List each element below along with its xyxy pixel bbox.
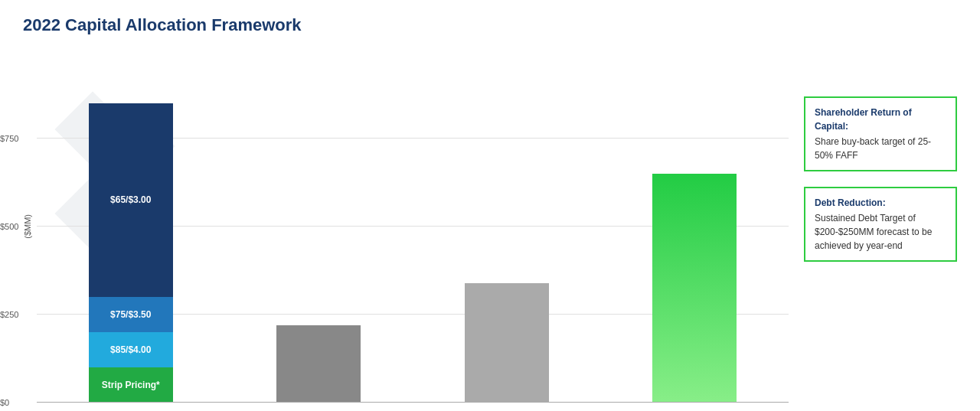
bar-stack-faff <box>652 174 737 403</box>
bar-stack-sustaining <box>276 325 361 403</box>
x-axis-line <box>37 402 789 403</box>
segment-growth <box>465 283 549 403</box>
bar-group-sustaining: Sustaining Capex <box>225 51 413 403</box>
callout-area: Shareholder Return of Capital: Share buy… <box>789 51 957 403</box>
bar-group-faff: Free Adjusted Funds Flow <box>601 51 789 403</box>
segment-strip: Strip Pricing* <box>89 367 173 403</box>
bar-group-aff: Strip Pricing* $85/$4.00 $75/$3.50 $65/$… <box>37 51 225 403</box>
grid-and-bars: $0 $250 $500 $750 <box>37 51 789 403</box>
y-tick-0: $0 <box>0 398 9 407</box>
segment-75-3-50: $75/$3.50 <box>89 297 173 332</box>
page-container: 2022 Capital Allocation Framework ($MM) <box>0 0 980 411</box>
callout-debt-body: Sustained Debt Target of $200-$250MM for… <box>815 213 932 251</box>
segment-65-3: $65/$3.00 <box>89 103 173 297</box>
chart-inner: $0 $250 $500 $750 <box>37 51 789 403</box>
bar-group-growth: Growth Capex <box>413 51 601 403</box>
y-tick-500: $500 <box>0 222 18 231</box>
page-title: 2022 Capital Allocation Framework <box>23 15 957 35</box>
y-tick-250: $250 <box>0 310 18 319</box>
callout-debt-title: Debt Reduction: <box>815 196 946 210</box>
segment-sustaining <box>276 325 361 403</box>
y-tick-750: $750 <box>0 134 18 143</box>
callout-shareholder: Shareholder Return of Capital: Share buy… <box>804 96 957 171</box>
segment-85-4: $85/$4.00 <box>89 332 173 367</box>
callout-debt: Debt Reduction: Sustained Debt Target of… <box>804 187 957 262</box>
bar-stack-growth <box>465 283 549 403</box>
chart-area: ($MM) $0 <box>23 51 957 403</box>
bar-stack-aff: Strip Pricing* $85/$4.00 $75/$3.50 $65/$… <box>89 103 173 403</box>
callout-shareholder-body: Share buy-back target of 25-50% FAFF <box>815 136 931 161</box>
segment-faff <box>652 174 737 403</box>
y-axis-label: ($MM) <box>23 214 32 239</box>
bars-container: Strip Pricing* $85/$4.00 $75/$3.50 $65/$… <box>37 51 789 403</box>
callout-shareholder-title: Shareholder Return of Capital: <box>815 106 946 133</box>
